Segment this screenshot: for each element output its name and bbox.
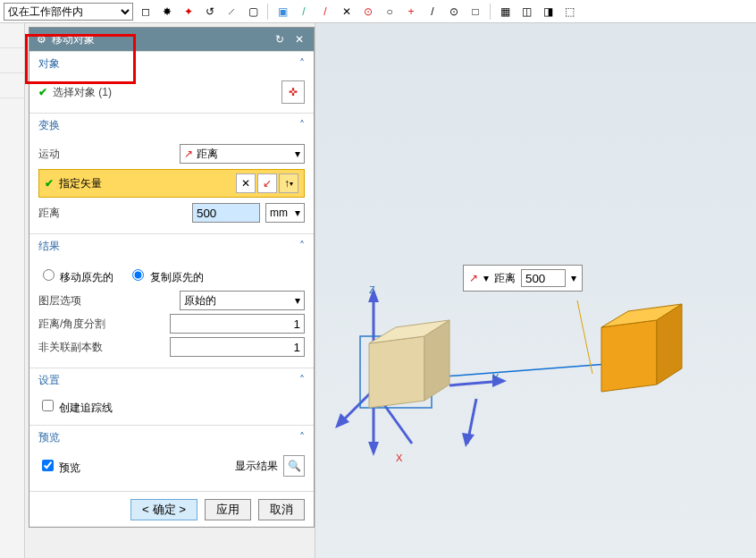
toolbar-icon-3[interactable]: ✦: [180, 3, 197, 21]
section-transform-header[interactable]: 变换 ˄: [29, 114, 314, 137]
left-tab-1[interactable]: [0, 23, 24, 48]
3d-viewport[interactable]: ↗▾ 距离 ▾ Z: [315, 23, 756, 558]
distance-arrow-icon: ↗: [184, 148, 193, 160]
cancel-button[interactable]: 取消: [258, 499, 305, 520]
refresh-icon[interactable]: ↻: [273, 33, 287, 46]
scene-svg: [315, 23, 756, 558]
toolbar-icon-14[interactable]: /: [424, 3, 441, 21]
ok-button[interactable]: < 确定 >: [130, 499, 197, 520]
svg-marker-12: [462, 433, 475, 447]
copies-input[interactable]: [170, 337, 305, 357]
unit-dropdown[interactable]: mm ▾: [265, 203, 305, 223]
toolbar-cube-icon[interactable]: ▣: [273, 3, 291, 21]
axis-z-label: Z: [369, 284, 375, 295]
toolbar-icon-20[interactable]: ⬚: [560, 3, 578, 21]
motion-label: 运动: [38, 147, 174, 162]
toolbar-icon-9[interactable]: /: [316, 3, 334, 21]
toolbar-icon-17[interactable]: ▦: [496, 3, 514, 21]
gear-icon: ⚙: [37, 33, 46, 46]
svg-marker-14: [369, 336, 424, 408]
checkmark-icon: ✔: [38, 86, 47, 98]
toolbar-icon-12[interactable]: ○: [381, 3, 399, 21]
select-object-label: 选择对象 (1): [53, 85, 276, 100]
toolbar-icon-2[interactable]: ✸: [158, 3, 176, 21]
toolbar-icon-11[interactable]: ⊙: [359, 3, 377, 21]
chevron-up-icon: ˄: [299, 57, 305, 70]
toolbar-icon-1[interactable]: ◻: [137, 3, 155, 21]
panel-title: 移动对象: [52, 32, 267, 47]
toolbar-icon-6[interactable]: ▢: [244, 3, 262, 21]
svg-marker-5: [368, 442, 379, 456]
show-result-button[interactable]: 🔍: [283, 455, 305, 477]
svg-marker-17: [601, 320, 657, 392]
toolbar-icon-18[interactable]: ◫: [517, 3, 535, 21]
radio-move-original[interactable]: 移动原先的: [38, 266, 113, 285]
layer-option-dropdown[interactable]: 原始的 ▾: [180, 291, 305, 310]
chevron-up-icon: ˄: [299, 431, 305, 444]
preview-checkbox[interactable]: 预览: [38, 457, 80, 476]
trace-checkbox[interactable]: 创建追踪线: [38, 402, 113, 414]
vector-pick-button[interactable]: ✕: [236, 173, 256, 193]
division-input[interactable]: [170, 314, 305, 334]
chevron-up-icon: ˄: [299, 240, 305, 252]
left-tab-3[interactable]: [0, 73, 24, 98]
division-label: 距离/角度分割: [38, 317, 164, 332]
checkmark-icon: ✔: [45, 177, 54, 190]
svg-line-20: [577, 300, 592, 374]
axis-y-label: Y: [492, 372, 499, 383]
toolbar-icon-13[interactable]: +: [402, 3, 420, 21]
toolbar-icon-16[interactable]: □: [466, 3, 484, 21]
separator: [490, 4, 491, 20]
radio-copy-original[interactable]: 复制原先的: [128, 266, 203, 285]
caret-down-icon: ▾: [295, 148, 300, 160]
vector-axes-button[interactable]: ↙: [257, 173, 277, 193]
distance-input[interactable]: [192, 203, 260, 223]
layer-option-label: 图层选项: [38, 293, 174, 309]
toolbar-icon-10[interactable]: ✕: [338, 3, 356, 21]
section-result-header[interactable]: 结果 ˄: [29, 234, 314, 258]
scope-filter-dropdown[interactable]: 仅在工作部件内: [4, 3, 133, 21]
left-tab-2[interactable]: [0, 48, 24, 73]
chevron-up-icon: ˄: [299, 119, 305, 131]
apply-button[interactable]: 应用: [205, 499, 251, 520]
chevron-up-icon: ˄: [299, 374, 305, 386]
separator: [267, 4, 268, 20]
toolbar-icon-4[interactable]: ↺: [201, 3, 219, 21]
section-settings-header[interactable]: 设置 ˄: [29, 368, 314, 392]
section-objects-header[interactable]: 对象 ˄: [29, 52, 314, 75]
toolbar-icon-5[interactable]: ⟋: [223, 3, 240, 21]
vector-menu-button[interactable]: ↑▾: [279, 173, 298, 193]
motion-dropdown[interactable]: ↗ 距离 ▾: [180, 144, 305, 164]
select-target-button[interactable]: ✜: [281, 80, 305, 104]
distance-label: 距离: [38, 206, 187, 221]
specify-vector-label: 指定矢量: [59, 176, 102, 191]
caret-down-icon: ▾: [295, 207, 300, 219]
toolbar-icon-15[interactable]: ⊙: [445, 3, 463, 21]
toolbar-icon-19[interactable]: ◨: [539, 3, 557, 21]
section-preview-header[interactable]: 预览 ˄: [29, 426, 314, 449]
axis-x-label: X: [396, 452, 402, 463]
copies-label: 非关联副本数: [38, 340, 164, 355]
close-icon[interactable]: ✕: [292, 33, 307, 46]
move-object-panel: ⚙ 移动对象 ↻ ✕ 对象 ˄ ✔ 选择对象 (1) ✜ 变换 ˄: [29, 27, 315, 528]
toolbar-icon-8[interactable]: /: [295, 3, 313, 21]
show-result-label: 显示结果: [235, 459, 278, 474]
caret-down-icon: ▾: [295, 294, 300, 307]
